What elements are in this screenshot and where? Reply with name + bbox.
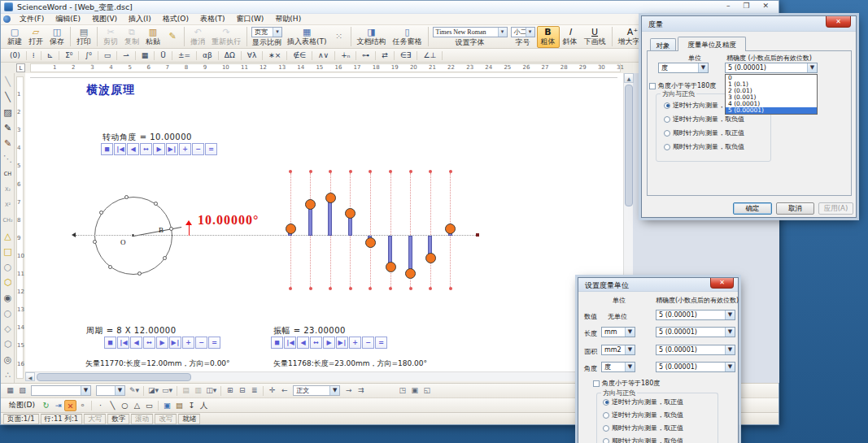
symbol-button[interactable]: ∉∈ bbox=[289, 50, 310, 62]
toolbar-button[interactable]: ⧉复制 bbox=[121, 26, 142, 48]
units-dialog-close-icon[interactable]: ✕ bbox=[710, 278, 734, 289]
checkbox-box[interactable] bbox=[593, 380, 600, 387]
player-button[interactable]: − bbox=[195, 337, 207, 349]
palette-tool[interactable]: ∴ bbox=[1, 368, 15, 382]
format-button[interactable]: ▣ bbox=[408, 385, 421, 397]
symbol-button[interactable]: ⇄ bbox=[377, 50, 392, 62]
toolbar-button[interactable]: ▤打印 bbox=[73, 26, 94, 48]
scroll-up-icon[interactable]: ▲ bbox=[624, 73, 634, 83]
toolbar-button[interactable]: ▢新建 bbox=[4, 26, 25, 48]
player-button[interactable]: ▶ bbox=[156, 337, 168, 349]
toolbar-button[interactable]: ▥粘贴 bbox=[142, 26, 164, 48]
symbol-button[interactable]: Σ⁰ bbox=[61, 50, 76, 62]
palette-tool[interactable]: ⬡ bbox=[1, 337, 15, 351]
format-button[interactable]: ⊟ bbox=[236, 385, 248, 397]
tab-unit-precision[interactable]: 度量单位及精度 bbox=[678, 37, 746, 51]
measure-radio-option[interactable]: 顺时针方向测量，取正值 bbox=[664, 128, 744, 137]
palette-tool[interactable]: ▨ bbox=[1, 106, 15, 119]
symbol-button[interactable]: ⁞ bbox=[28, 50, 39, 62]
palette-tool[interactable]: □ bbox=[1, 245, 15, 258]
measure-dialog-titlebar[interactable]: 度量 bbox=[642, 16, 856, 32]
measure-radio-option[interactable]: 逆时针方向测量，取负值 bbox=[664, 115, 744, 124]
palette-tool[interactable]: ○ bbox=[1, 306, 15, 320]
draw-tool-button[interactable]: ✕ bbox=[64, 400, 76, 411]
circle-handle[interactable] bbox=[124, 195, 129, 199]
palette-tool[interactable]: CH₂ bbox=[1, 214, 15, 228]
palette-tool[interactable]: ⬡ bbox=[1, 276, 15, 289]
player-button[interactable]: ▶∣ bbox=[169, 337, 181, 349]
draw-tool-button[interactable]: · bbox=[94, 400, 107, 411]
palette-tool[interactable]: CH bbox=[1, 167, 15, 181]
units-unit-combo[interactable]: mm2▼ bbox=[601, 345, 635, 355]
player-button[interactable]: ↔ bbox=[310, 337, 322, 349]
format-combo[interactable]: ▼ bbox=[31, 385, 91, 396]
draw-tool-button[interactable]: ▣ bbox=[161, 400, 173, 411]
player-button[interactable]: − bbox=[362, 337, 374, 349]
draw-tool-button[interactable]: ▤ bbox=[173, 400, 185, 411]
player-button[interactable]: ◼ bbox=[101, 143, 113, 155]
format-button[interactable]: ⊞ bbox=[224, 385, 236, 397]
draw-tool-button[interactable]: ╲ bbox=[107, 400, 119, 411]
player-button[interactable]: ∣◀ bbox=[117, 337, 129, 349]
player-button[interactable]: ◀ bbox=[127, 143, 139, 155]
units-unit-combo[interactable]: 度▼ bbox=[601, 362, 635, 372]
units-radio-option[interactable]: 顺时针方向测量，取正值 bbox=[603, 423, 683, 432]
symbol-button[interactable]: (0) bbox=[6, 50, 24, 62]
draw-tool-button[interactable]: ↻ bbox=[40, 400, 52, 411]
player-button[interactable]: = bbox=[375, 337, 387, 349]
format-button[interactable]: ≣ bbox=[248, 385, 260, 397]
units-radio-option[interactable]: 逆时针方向测量，取正值 bbox=[603, 397, 683, 406]
symbol-button[interactable]: Ü bbox=[156, 50, 170, 62]
chevron-down-icon[interactable]: ▼ bbox=[725, 328, 735, 337]
format-button[interactable]: ◫▾ bbox=[204, 385, 218, 397]
unit-combo[interactable]: 度 ▼ bbox=[658, 63, 709, 73]
palette-tool[interactable]: ◇ bbox=[1, 322, 15, 336]
units-radio-option[interactable]: 顺时针方向测量，取负值 bbox=[603, 436, 683, 443]
wave-point-handle[interactable] bbox=[405, 268, 416, 279]
tab-object[interactable]: 对象 bbox=[650, 38, 676, 51]
symbol-button[interactable]: ∈∃ bbox=[396, 50, 416, 62]
radio-button[interactable] bbox=[664, 144, 670, 150]
chevron-down-icon[interactable]: ▼ bbox=[725, 363, 735, 371]
palette-tool[interactable]: ⋱ bbox=[1, 152, 15, 166]
chevron-down-icon[interactable]: ▼ bbox=[807, 63, 817, 72]
close-button[interactable]: ✕ bbox=[762, 2, 769, 10]
chevron-down-icon[interactable]: ▾ bbox=[526, 28, 534, 37]
symbol-button[interactable]: ⇀ bbox=[119, 50, 133, 62]
vertical-scroll-thumb[interactable] bbox=[625, 85, 633, 206]
combo-box[interactable]: Times New Roman▾ bbox=[433, 27, 508, 37]
draw-tool-button[interactable]: ⇥ bbox=[52, 400, 64, 411]
horizontal-scrollbar[interactable]: ◀ ▶ bbox=[25, 371, 623, 381]
toolbar-button[interactable]: ✂剪切 bbox=[100, 26, 121, 48]
symbol-button[interactable]: ±= bbox=[174, 50, 194, 62]
chevron-down-icon[interactable]: ▼ bbox=[725, 345, 735, 354]
symbol-button[interactable]: ∀λ bbox=[243, 50, 260, 62]
circle-handle[interactable] bbox=[169, 227, 173, 231]
player-button[interactable]: ▶ bbox=[153, 143, 165, 155]
symbol-button[interactable]: ⊶ bbox=[358, 50, 373, 62]
format-button[interactable]: ✎▾ bbox=[128, 385, 141, 397]
chevron-down-icon[interactable]: ▼ bbox=[329, 386, 339, 395]
format-button[interactable]: ← bbox=[278, 385, 290, 397]
radio-button[interactable] bbox=[603, 412, 609, 419]
ok-button[interactable]: 确定 bbox=[733, 202, 772, 215]
radio-button[interactable] bbox=[664, 116, 670, 123]
horizontal-scroll-thumb[interactable] bbox=[37, 373, 191, 381]
symbol-button[interactable]: ∫⁰ bbox=[81, 50, 95, 62]
player-button[interactable]: = bbox=[205, 143, 217, 155]
format-button[interactable]: ◳ bbox=[396, 385, 408, 397]
draw-tool-button[interactable]: 人 bbox=[198, 400, 210, 411]
radio-button[interactable] bbox=[664, 102, 670, 109]
draw-tool-button[interactable]: ↧ bbox=[185, 400, 198, 411]
player-button[interactable]: = bbox=[208, 337, 220, 349]
format-button[interactable]: ▭▾ bbox=[160, 385, 174, 397]
menu-item[interactable]: 视图(V) bbox=[86, 14, 123, 24]
symbol-button[interactable]: ▦ bbox=[137, 50, 153, 62]
palette-tool[interactable]: ╲ bbox=[1, 75, 15, 89]
chevron-down-icon[interactable]: ▼ bbox=[625, 345, 635, 354]
chevron-down-icon[interactable]: ▼ bbox=[698, 63, 708, 72]
wave-point-handle[interactable] bbox=[286, 224, 296, 234]
draw-tool-button[interactable]: ⚬ bbox=[76, 400, 89, 411]
menu-item[interactable]: 帮助(H) bbox=[269, 14, 307, 24]
wave-point-handle[interactable] bbox=[425, 253, 436, 263]
